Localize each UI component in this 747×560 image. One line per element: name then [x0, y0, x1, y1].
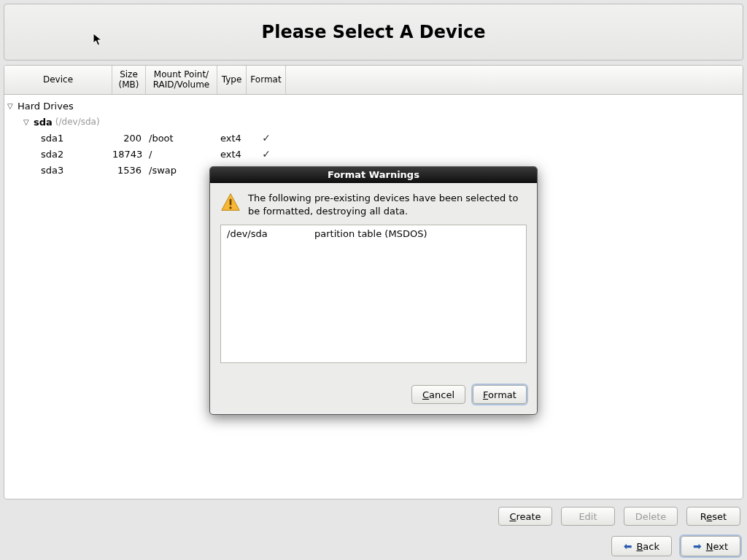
partition-mount: /boot [146, 133, 217, 144]
cancel-button[interactable]: Cancel [411, 385, 465, 404]
format-device-list[interactable]: /dev/sda partition table (MSDOS) [220, 225, 527, 363]
list-device: /dev/sda [227, 228, 314, 239]
checkmark-icon: ✓ [262, 148, 271, 160]
partition-type: ext4 [217, 133, 247, 144]
expander-icon[interactable]: ▽ [23, 118, 32, 126]
partition-row[interactable]: sda1 200 /boot ext4 ✓ [4, 130, 743, 146]
format-warnings-dialog: Format Warnings The following pre-existi… [209, 166, 538, 415]
tree-disk-row[interactable]: ▽sda(/dev/sda) [4, 114, 743, 130]
column-headers: Device Size (MB) Mount Point/ RAID/Volum… [4, 66, 743, 95]
format-button[interactable]: Format [473, 385, 527, 404]
svg-point-1 [229, 206, 231, 209]
disk-name: sda [34, 117, 53, 128]
action-bar: Create Edit Delete Reset [4, 499, 743, 529]
col-header-device[interactable]: Device [4, 66, 112, 94]
col-header-type[interactable]: Type [217, 66, 247, 94]
col-header-size[interactable]: Size (MB) [112, 66, 146, 94]
edit-button: Edit [561, 507, 615, 526]
arrow-right-icon: ➡ [693, 540, 702, 552]
dialog-message: The following pre-existing devices have … [248, 192, 527, 217]
page-title: Please Select A Device [262, 22, 486, 42]
back-button[interactable]: ⬅ Back [611, 536, 672, 556]
dialog-title: Format Warnings [210, 167, 537, 183]
disk-path: (/dev/sda) [55, 117, 100, 127]
tree-root-label: Hard Drives [18, 101, 74, 112]
list-item[interactable]: /dev/sda partition table (MSDOS) [227, 228, 520, 239]
partition-mount: / [146, 149, 217, 160]
partition-size: 1536 [112, 165, 146, 176]
list-desc: partition table (MSDOS) [314, 228, 427, 239]
partition-mount: /swap [146, 165, 217, 176]
title-panel: Please Select A Device [4, 4, 743, 61]
partition-type: ext4 [217, 149, 247, 160]
arrow-left-icon: ⬅ [624, 540, 632, 552]
reset-button[interactable]: Reset [686, 507, 740, 526]
partition-name: sda1 [41, 133, 63, 144]
col-header-format[interactable]: Format [247, 66, 286, 94]
checkmark-icon: ✓ [262, 132, 271, 144]
partition-name: sda3 [41, 165, 63, 176]
create-button[interactable]: Create [498, 507, 552, 526]
delete-button: Delete [624, 507, 678, 526]
tree-root-row[interactable]: ▽Hard Drives [4, 98, 743, 114]
nav-bar: ⬅ Back ➡ Next [4, 529, 743, 556]
warning-icon [220, 192, 241, 214]
partition-size: 18743 [112, 149, 146, 160]
partition-row[interactable]: sda2 18743 / ext4 ✓ [4, 146, 743, 162]
partition-size: 200 [112, 133, 146, 144]
next-button[interactable]: ➡ Next [681, 536, 740, 556]
partition-name: sda2 [41, 149, 63, 160]
svg-rect-0 [230, 199, 232, 206]
expander-icon[interactable]: ▽ [7, 102, 16, 110]
col-header-mount[interactable]: Mount Point/ RAID/Volume [146, 66, 217, 94]
